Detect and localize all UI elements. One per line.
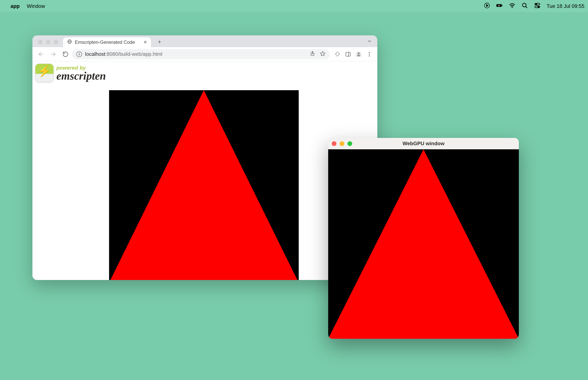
svg-point-9 bbox=[536, 3, 537, 4]
new-tab-button[interactable]: + bbox=[154, 37, 164, 47]
menubar-window-menu[interactable]: Window bbox=[27, 3, 45, 9]
traffic-zoom-icon[interactable] bbox=[54, 40, 58, 44]
extensions-icon[interactable] bbox=[333, 49, 342, 59]
svg-point-5 bbox=[512, 7, 513, 8]
forward-button[interactable] bbox=[48, 49, 59, 60]
svg-point-25 bbox=[369, 56, 370, 57]
bookmark-star-icon[interactable] bbox=[320, 51, 325, 57]
svg-rect-3 bbox=[502, 5, 503, 6]
emscripten-wordmark: emscripten bbox=[57, 71, 106, 81]
webgpu-canvas-native[interactable] bbox=[328, 149, 519, 339]
emscripten-bolt-icon: ⚡ bbox=[35, 64, 54, 82]
spotlight-icon[interactable] bbox=[521, 2, 528, 10]
site-info-icon[interactable]: i bbox=[76, 52, 82, 57]
svg-point-6 bbox=[523, 3, 526, 7]
close-icon[interactable]: ✕ bbox=[143, 40, 147, 45]
svg-marker-18 bbox=[320, 52, 325, 56]
share-icon[interactable] bbox=[310, 51, 315, 57]
menubar-clock[interactable]: Tue 18 Jul 09:55 bbox=[547, 3, 585, 9]
side-panel-icon[interactable] bbox=[343, 49, 353, 59]
chrome-window: Emscripten-Generated Code ✕ + i localhos… bbox=[32, 35, 377, 280]
traffic-close-icon[interactable] bbox=[38, 40, 43, 44]
reload-button[interactable] bbox=[60, 49, 71, 60]
menubar-app-name[interactable]: app bbox=[11, 3, 20, 9]
control-center-icon[interactable] bbox=[534, 2, 541, 10]
back-button[interactable] bbox=[36, 49, 47, 60]
url-host: localhost bbox=[85, 51, 105, 57]
native-window-title: WebGPU window bbox=[328, 140, 519, 147]
red-triangle bbox=[328, 149, 519, 339]
url-path: :8080/build-web/app.html bbox=[105, 51, 163, 57]
chrome-menu-icon[interactable] bbox=[364, 49, 374, 59]
window-traffic-lights bbox=[36, 40, 61, 47]
native-titlebar[interactable]: WebGPU window bbox=[328, 138, 519, 149]
macos-menubar: app Window Tue 18 Jul 09:55 bbox=[0, 0, 588, 12]
svg-rect-19 bbox=[346, 52, 350, 56]
screen-recording-icon[interactable] bbox=[484, 2, 490, 10]
traffic-zoom-icon[interactable] bbox=[347, 141, 352, 146]
traffic-minimize-icon[interactable] bbox=[340, 141, 344, 146]
svg-point-11 bbox=[538, 6, 539, 7]
native-traffic-lights bbox=[332, 141, 352, 146]
battery-charging-icon[interactable] bbox=[496, 2, 503, 10]
tab-title: Emscripten-Generated Code bbox=[75, 39, 135, 45]
tab-list-button[interactable] bbox=[367, 39, 372, 45]
svg-point-24 bbox=[369, 54, 370, 55]
svg-point-23 bbox=[369, 52, 370, 53]
traffic-minimize-icon[interactable] bbox=[46, 40, 51, 44]
svg-line-7 bbox=[526, 6, 527, 8]
traffic-close-icon[interactable] bbox=[332, 141, 337, 146]
browser-viewport: ⚡ powered by emscripten bbox=[32, 61, 377, 280]
svg-point-22 bbox=[358, 53, 360, 55]
red-triangle bbox=[109, 90, 299, 280]
chrome-toolbar: i localhost:8080/build-web/app.html bbox=[32, 47, 377, 61]
browser-tab-active[interactable]: Emscripten-Generated Code ✕ bbox=[63, 37, 151, 47]
globe-icon bbox=[67, 39, 72, 46]
profile-icon[interactable] bbox=[354, 49, 363, 59]
svg-marker-1 bbox=[486, 4, 488, 6]
native-app-window: WebGPU window bbox=[328, 138, 519, 339]
chrome-tabstrip: Emscripten-Generated Code ✕ + bbox=[32, 35, 377, 47]
wifi-icon[interactable] bbox=[509, 2, 515, 10]
webgpu-canvas-browser[interactable] bbox=[109, 90, 299, 280]
address-bar[interactable]: i localhost:8080/build-web/app.html bbox=[72, 49, 330, 59]
emscripten-logo: ⚡ powered by emscripten bbox=[35, 64, 106, 82]
